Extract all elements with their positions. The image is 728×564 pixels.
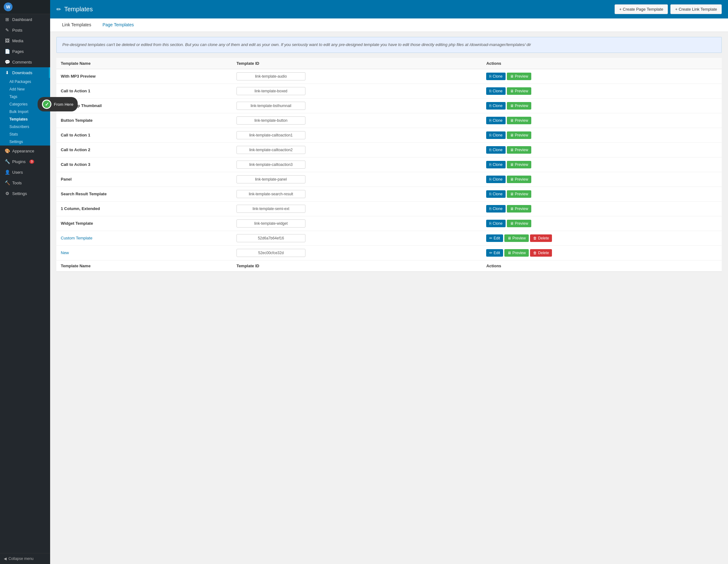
tab-page-templates[interactable]: Page Templates bbox=[97, 18, 139, 32]
template-id-input[interactable] bbox=[237, 205, 305, 213]
collapse-icon: ◀ bbox=[4, 556, 7, 561]
plugins-badge: 9 bbox=[29, 160, 34, 164]
clone-button[interactable]: ⎘ Clone bbox=[486, 146, 506, 154]
sidebar-item-label: Appearance bbox=[12, 149, 34, 153]
clone-button[interactable]: ⎘ Clone bbox=[486, 132, 506, 139]
actions-cell: ⎘ Clone🖥 Preview bbox=[482, 98, 722, 113]
sidebar-item-posts[interactable]: ✎ Posts bbox=[0, 25, 50, 35]
table-row: Call to Action 3⎘ Clone🖥 Preview bbox=[56, 157, 722, 172]
template-id-cell bbox=[232, 187, 482, 201]
sidebar-item-downloads[interactable]: ⬇ Downloads bbox=[0, 67, 50, 78]
preview-button[interactable]: 🖥 Preview bbox=[507, 190, 531, 198]
collapse-menu-button[interactable]: ◀ Collapse menu bbox=[0, 553, 50, 564]
sidebar-item-label: Media bbox=[12, 39, 23, 43]
preview-button[interactable]: 🖥 Preview bbox=[504, 249, 529, 257]
preview-button[interactable]: 🖥 Preview bbox=[507, 205, 531, 213]
sidebar-item-plugins[interactable]: 🔧 Plugins 9 bbox=[0, 156, 50, 167]
sidebar-sub-add-new[interactable]: Add New bbox=[0, 85, 50, 93]
actions-cell: ✏ Edit🖥 Preview🗑 Delete bbox=[482, 246, 722, 260]
template-name-cell: With MP3 Preview bbox=[56, 69, 232, 84]
clone-button[interactable]: ⎘ Clone bbox=[486, 102, 506, 110]
table-row: Call to Action 2⎘ Clone🖥 Preview bbox=[56, 142, 722, 157]
template-name-link[interactable]: New bbox=[61, 251, 69, 255]
sidebar-item-label: Users bbox=[12, 170, 23, 175]
preview-button[interactable]: 🖥 Preview bbox=[507, 117, 531, 124]
template-id-input[interactable] bbox=[237, 146, 305, 154]
template-id-input[interactable] bbox=[237, 161, 305, 169]
active-indicator bbox=[49, 67, 50, 78]
clone-button[interactable]: ⎘ Clone bbox=[486, 176, 506, 183]
delete-button[interactable]: 🗑 Delete bbox=[530, 249, 552, 257]
create-link-template-button[interactable]: + Create Link Template bbox=[670, 4, 722, 14]
sidebar-item-pages[interactable]: 📄 Pages bbox=[0, 46, 50, 57]
template-name-text: Call to Action 2 bbox=[61, 148, 90, 152]
clone-button[interactable]: ⎘ Clone bbox=[486, 205, 506, 213]
clone-button[interactable]: ⎘ Clone bbox=[486, 190, 506, 198]
template-name-cell: Call to Action 1 bbox=[56, 84, 232, 98]
preview-button[interactable]: 🖥 Preview bbox=[507, 87, 531, 95]
sidebar-item-label: Plugins bbox=[12, 159, 26, 164]
template-id-input[interactable] bbox=[237, 249, 305, 257]
sidebar-item-media[interactable]: 🖼 Media bbox=[0, 35, 50, 46]
table-row: New✏ Edit🖥 Preview🗑 Delete bbox=[56, 246, 722, 260]
template-id-input[interactable] bbox=[237, 131, 305, 139]
table-row: Bootstrap Thumbnail⎘ Clone🖥 Preview bbox=[56, 98, 722, 113]
sidebar-item-dashboard[interactable]: ⊞ Dashboard bbox=[0, 14, 50, 25]
clone-button[interactable]: ⎘ Clone bbox=[486, 87, 506, 95]
preview-button[interactable]: 🖥 Preview bbox=[507, 102, 531, 110]
template-id-input[interactable] bbox=[237, 116, 305, 125]
sidebar-item-label: Posts bbox=[12, 28, 23, 33]
preview-button[interactable]: 🖥 Preview bbox=[507, 220, 531, 227]
page-header: ✏ Templates + Create Page Template + Cre… bbox=[50, 0, 728, 18]
template-id-input[interactable] bbox=[237, 234, 305, 242]
template-id-input[interactable] bbox=[237, 72, 305, 80]
template-id-input[interactable] bbox=[237, 220, 305, 228]
site-logo[interactable]: W bbox=[0, 0, 50, 14]
template-name-cell: Custom Template bbox=[56, 231, 232, 246]
preview-button[interactable]: 🖥 Preview bbox=[504, 235, 529, 242]
col-actions: Actions bbox=[482, 58, 722, 69]
clone-button[interactable]: ⎘ Clone bbox=[486, 161, 506, 168]
create-page-template-button[interactable]: + Create Page Template bbox=[615, 4, 668, 14]
preview-button[interactable]: 🖥 Preview bbox=[507, 132, 531, 139]
template-id-input[interactable] bbox=[237, 175, 305, 184]
sidebar-item-tools[interactable]: 🔨 Tools bbox=[0, 178, 50, 188]
table-row: Search Result Template⎘ Clone🖥 Preview bbox=[56, 187, 722, 201]
template-id-cell bbox=[232, 98, 482, 113]
delete-button[interactable]: 🗑 Delete bbox=[530, 235, 552, 242]
clone-button[interactable]: ⎘ Clone bbox=[486, 73, 506, 80]
sidebar-sub-subscribers[interactable]: Subscribers bbox=[0, 123, 50, 131]
preview-button[interactable]: 🖥 Preview bbox=[507, 73, 531, 80]
preview-button[interactable]: 🖥 Preview bbox=[507, 146, 531, 154]
preview-button[interactable]: 🖥 Preview bbox=[507, 176, 531, 183]
edit-button[interactable]: ✏ Edit bbox=[486, 249, 503, 257]
sidebar-item-comments[interactable]: 💬 Comments bbox=[0, 57, 50, 67]
footer-col-template-name: Template Name bbox=[56, 260, 232, 272]
footer-col-actions: Actions bbox=[482, 260, 722, 272]
edit-button[interactable]: ✏ Edit bbox=[486, 235, 503, 242]
sidebar-item-settings[interactable]: ⚙ Settings bbox=[0, 188, 50, 199]
collapse-label: Collapse menu bbox=[8, 556, 34, 561]
sidebar-sub-all-packages[interactable]: All Packages bbox=[0, 78, 50, 85]
template-id-input[interactable] bbox=[237, 87, 305, 95]
template-id-cell bbox=[232, 157, 482, 172]
sidebar-item-users[interactable]: 👤 Users bbox=[0, 167, 50, 178]
template-id-input[interactable] bbox=[237, 190, 305, 198]
template-id-cell bbox=[232, 142, 482, 157]
clone-button[interactable]: ⎘ Clone bbox=[486, 117, 506, 124]
template-id-input[interactable] bbox=[237, 102, 305, 110]
template-name-link[interactable]: Custom Template bbox=[61, 236, 92, 241]
sidebar-item-appearance[interactable]: 🎨 Appearance bbox=[0, 146, 50, 156]
tab-link-templates[interactable]: Link Templates bbox=[56, 18, 97, 32]
template-name-text: Search Result Template bbox=[61, 192, 107, 196]
sidebar-sub-templates[interactable]: Templates bbox=[0, 116, 50, 123]
actions-cell: ⎘ Clone🖥 Preview bbox=[482, 157, 722, 172]
template-name-cell: New bbox=[56, 246, 232, 260]
posts-icon: ✎ bbox=[5, 28, 10, 33]
preview-button[interactable]: 🖥 Preview bbox=[507, 161, 531, 168]
sidebar-sub-stats[interactable]: Stats bbox=[0, 131, 50, 138]
sidebar: W ⊞ Dashboard ✎ Posts 🖼 Media 📄 Pages 💬 … bbox=[0, 0, 50, 564]
sidebar-sub-settings[interactable]: Settings bbox=[0, 138, 50, 146]
main-content: ✏ Templates + Create Page Template + Cre… bbox=[50, 0, 728, 564]
clone-button[interactable]: ⎘ Clone bbox=[486, 220, 506, 227]
